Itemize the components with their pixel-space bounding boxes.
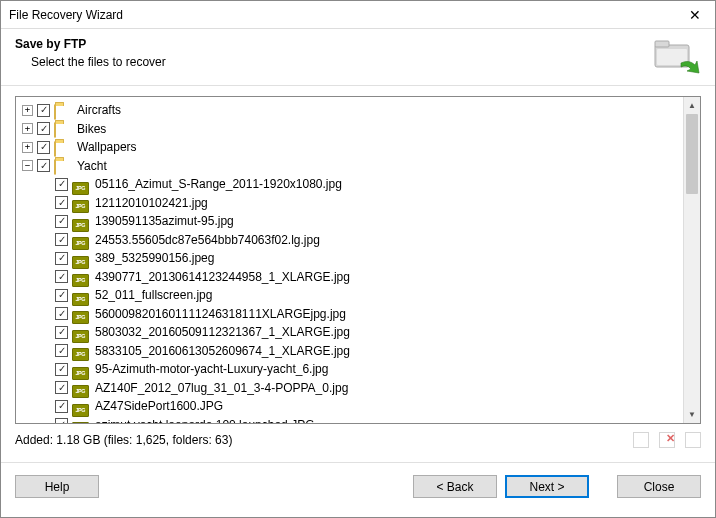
checkbox[interactable] — [55, 233, 68, 246]
checkbox[interactable] — [37, 122, 50, 135]
checkbox[interactable] — [37, 141, 50, 154]
file-row[interactable]: 4390771_20130614123244958_1_XLARGE.jpg — [22, 268, 683, 287]
checkbox[interactable] — [55, 400, 68, 413]
checkbox[interactable] — [55, 381, 68, 394]
file-name: 1390591135azimut-95.jpg — [94, 212, 234, 231]
file-row[interactable]: 05116_Azimut_S-Range_2011-1920x1080.jpg — [22, 175, 683, 194]
file-name: 05116_Azimut_S-Range_2011-1920x1080.jpg — [94, 175, 342, 194]
file-row[interactable]: 24553.55605dc87e564bbb74063f02.lg.jpg — [22, 231, 683, 250]
file-name: 5803032_20160509112321367_1_XLARGE.jpg — [94, 323, 350, 342]
file-row[interactable]: AZ140F_2012_07lug_31_01_3-4-POPPA_0.jpg — [22, 379, 683, 398]
file-name: 389_5325990156.jpeg — [94, 249, 214, 268]
folder-icon — [54, 104, 56, 120]
file-row[interactable]: 12112010102421.jpg — [22, 194, 683, 213]
back-button[interactable]: < Back — [413, 475, 497, 498]
jpg-icon — [72, 219, 89, 232]
page-subtitle: Select the files to recover — [15, 55, 651, 69]
status-bar: Added: 1.18 GB (files: 1,625, folders: 6… — [15, 430, 701, 450]
next-button[interactable]: Next > — [505, 475, 589, 498]
folder-row[interactable]: +Wallpapers — [22, 138, 683, 157]
jpg-icon — [72, 385, 89, 398]
wizard-footer: Help < Back Next > Close — [1, 463, 715, 510]
file-name: azimut yacht leonardo 100 launched.JPG — [94, 416, 314, 424]
checkbox[interactable] — [55, 196, 68, 209]
file-row[interactable]: AZ47SidePort1600.JPG — [22, 397, 683, 416]
jpg-icon — [72, 330, 89, 343]
checkbox[interactable] — [55, 344, 68, 357]
jpg-icon — [72, 293, 89, 306]
file-row[interactable]: 1390591135azimut-95.jpg — [22, 212, 683, 231]
checkbox[interactable] — [55, 363, 68, 376]
status-icon-remove[interactable] — [659, 432, 675, 448]
folder-row[interactable]: −Yacht — [22, 157, 683, 176]
jpg-icon — [72, 348, 89, 361]
folder-name: Bikes — [76, 120, 106, 139]
file-tree[interactable]: +Aircrafts+Bikes+Wallpapers−Yacht05116_A… — [16, 97, 683, 423]
close-button[interactable]: Close — [617, 475, 701, 498]
jpg-icon — [72, 256, 89, 269]
jpg-icon — [72, 367, 89, 380]
file-name: AZ140F_2012_07lug_31_01_3-4-POPPA_0.jpg — [94, 379, 348, 398]
file-row[interactable]: 5600098201601111246318111XLARGEjpg.jpg — [22, 305, 683, 324]
checkbox[interactable] — [55, 270, 68, 283]
file-name: 5600098201601111246318111XLARGEjpg.jpg — [94, 305, 346, 324]
file-row[interactable]: 5803032_20160509112321367_1_XLARGE.jpg — [22, 323, 683, 342]
folder-name: Wallpapers — [76, 138, 137, 157]
checkbox[interactable] — [37, 104, 50, 117]
checkbox[interactable] — [55, 289, 68, 302]
status-icon-list[interactable] — [685, 432, 701, 448]
folder-name: Yacht — [76, 157, 107, 176]
close-icon[interactable]: ✕ — [675, 1, 715, 29]
scroll-up-icon[interactable]: ▲ — [684, 97, 700, 114]
folder-row[interactable]: +Aircrafts — [22, 101, 683, 120]
checkbox[interactable] — [37, 159, 50, 172]
help-button[interactable]: Help — [15, 475, 99, 498]
checkbox[interactable] — [55, 178, 68, 191]
expander-icon[interactable]: + — [22, 142, 33, 153]
file-tree-panel: +Aircrafts+Bikes+Wallpapers−Yacht05116_A… — [15, 96, 701, 424]
wizard-header: Save by FTP Select the files to recover — [1, 29, 715, 85]
file-name: 52_011_fullscreen.jpg — [94, 286, 212, 305]
expander-icon[interactable]: + — [22, 123, 33, 134]
file-name: AZ47SidePort1600.JPG — [94, 397, 223, 416]
status-text: Added: 1.18 GB (files: 1,625, folders: 6… — [15, 433, 633, 447]
status-icon-generic[interactable] — [633, 432, 649, 448]
jpg-icon — [72, 237, 89, 250]
file-row[interactable]: 389_5325990156.jpeg — [22, 249, 683, 268]
folder-icon — [54, 159, 56, 175]
ftp-folder-icon — [651, 35, 701, 75]
jpg-icon — [72, 404, 89, 417]
file-row[interactable]: 5833105_20160613052609674_1_XLARGE.jpg — [22, 342, 683, 361]
file-name: 12112010102421.jpg — [94, 194, 208, 213]
jpg-icon — [72, 200, 89, 213]
scroll-thumb[interactable] — [686, 114, 698, 194]
file-name: 95-Azimuth-motor-yacht-Luxury-yacht_6.jp… — [94, 360, 328, 379]
jpg-icon — [72, 182, 89, 195]
checkbox[interactable] — [55, 307, 68, 320]
file-name: 5833105_20160613052609674_1_XLARGE.jpg — [94, 342, 350, 361]
file-name: 24553.55605dc87e564bbb74063f02.lg.jpg — [94, 231, 320, 250]
jpg-icon — [72, 311, 89, 324]
svg-rect-1 — [655, 41, 669, 47]
folder-name: Aircrafts — [76, 101, 121, 120]
page-title: Save by FTP — [15, 37, 651, 51]
checkbox[interactable] — [55, 215, 68, 228]
folder-row[interactable]: +Bikes — [22, 120, 683, 139]
file-row[interactable]: 52_011_fullscreen.jpg — [22, 286, 683, 305]
folder-icon — [54, 122, 56, 138]
vertical-scrollbar[interactable]: ▲ ▼ — [683, 97, 700, 423]
window-title: File Recovery Wizard — [9, 8, 675, 22]
expander-icon[interactable]: + — [22, 105, 33, 116]
checkbox[interactable] — [55, 326, 68, 339]
scroll-down-icon[interactable]: ▼ — [684, 406, 700, 423]
jpg-icon — [72, 274, 89, 287]
file-name: 4390771_20130614123244958_1_XLARGE.jpg — [94, 268, 350, 287]
checkbox[interactable] — [55, 252, 68, 265]
checkbox[interactable] — [55, 418, 68, 423]
file-row[interactable]: 95-Azimuth-motor-yacht-Luxury-yacht_6.jp… — [22, 360, 683, 379]
title-bar: File Recovery Wizard ✕ — [1, 1, 715, 29]
folder-icon — [54, 141, 56, 157]
file-row[interactable]: azimut yacht leonardo 100 launched.JPG — [22, 416, 683, 424]
expander-icon[interactable]: − — [22, 160, 33, 171]
jpg-icon — [72, 422, 89, 423]
